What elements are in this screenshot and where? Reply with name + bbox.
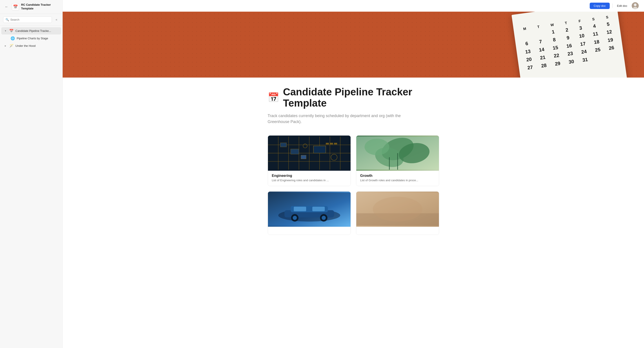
cal-day-30: 30 (564, 57, 578, 66)
cal-day-empty1 (518, 31, 533, 41)
sidebar-doc-subtitle: Template (21, 7, 59, 10)
collapse-sidebar-button[interactable]: « (54, 17, 59, 22)
cal-day-7: 7 (534, 37, 548, 46)
avatar[interactable] (632, 2, 639, 9)
calendar-icon: 📅 (9, 29, 14, 33)
page-subtitle: Track candidates currently being schedul… (268, 113, 417, 125)
sidebar-item-under-the-hood[interactable]: ► 🪄 Under the Hood (1, 42, 61, 49)
cal-day-empty2 (532, 29, 547, 39)
svg-rect-34 (294, 207, 306, 211)
cal-day-27: 27 (523, 63, 537, 72)
svg-point-1 (634, 3, 636, 6)
cal-day-22: 22 (549, 51, 564, 61)
cal-day-11: 11 (588, 29, 603, 39)
card-image-engineering (268, 136, 350, 171)
cal-day-17: 17 (576, 39, 590, 49)
cal-day-8: 8 (547, 35, 561, 45)
nav-list: ▼ 📅 Candidate Pipeline Tracke... 🌐 Pipel… (0, 26, 62, 51)
page-title: Candidate Pipeline Tracker Template (283, 86, 439, 108)
topbar: Copy doc Edit doc (63, 0, 644, 12)
sidebar-title-block: RC Candidate Tracker Template (21, 3, 59, 10)
cal-day-2: 2 (560, 25, 574, 35)
cal-day-9: 9 (561, 33, 575, 43)
card-image-third (268, 192, 350, 227)
sidebar-doc-title: RC Candidate Tracker (21, 3, 59, 7)
card-fourth[interactable] (356, 191, 439, 235)
cal-day-6: 6 (520, 39, 534, 48)
sidebar-item-candidate-pipeline[interactable]: ▼ 📅 Candidate Pipeline Tracke... (1, 27, 61, 34)
sidebar: ← 📅 RC Candidate Tracker Template 🔍 « ▼ … (0, 0, 63, 348)
chevron-down-icon: ▼ (4, 30, 8, 32)
sidebar-item-label-pipeline-charts: Pipeline Charts by Stage (17, 37, 58, 40)
copy-doc-button[interactable]: Copy doc (590, 3, 610, 9)
cal-day-18: 18 (590, 37, 604, 47)
cal-day-5: 5 (601, 19, 615, 29)
search-icon: 🔍 (6, 18, 9, 21)
cal-day-25: 25 (590, 45, 605, 55)
cal-day-12: 12 (602, 27, 616, 37)
svg-rect-14 (280, 143, 286, 147)
svg-rect-16 (301, 155, 306, 159)
page-content: 📅 Candidate Pipeline Tracker Template Tr… (254, 77, 452, 252)
settings-icon: 🪄 (9, 44, 14, 48)
sidebar-item-pipeline-charts[interactable]: 🌐 Pipeline Charts by Stage (1, 35, 61, 42)
cal-day-16: 16 (562, 41, 576, 51)
cal-day-31: 31 (578, 55, 592, 65)
card-engineering[interactable]: Engineering List of Engineering roles an… (268, 135, 351, 186)
hero-calendar: January M T W T F S S 1 2 3 4 5 6 7 (512, 12, 627, 77)
card-body-fourth (356, 227, 439, 235)
sidebar-item-label-candidate-pipeline: Candidate Pipeline Tracke... (16, 29, 58, 32)
hero-banner: January M T W T F S S 1 2 3 4 5 6 7 (63, 12, 644, 77)
cal-day-15: 15 (548, 43, 562, 53)
svg-rect-22 (334, 143, 337, 145)
cal-day-19: 19 (603, 35, 618, 45)
card-desc-growth: List of Growth roles and candidates in p… (360, 179, 435, 182)
cal-day-21: 21 (536, 53, 550, 62)
sidebar-header: ← 📅 RC Candidate Tracker Template (0, 0, 62, 14)
svg-rect-21 (330, 143, 333, 145)
globe-icon: 🌐 (10, 36, 15, 40)
svg-rect-35 (312, 207, 325, 211)
page-title-icon: 📅 (268, 92, 279, 103)
svg-point-39 (322, 216, 326, 220)
cal-day-10: 10 (574, 31, 589, 41)
search-area: 🔍 « (0, 14, 62, 26)
cal-day-28: 28 (537, 61, 551, 70)
cal-day-14: 14 (534, 45, 549, 54)
card-body-growth: Growth List of Growth roles and candidat… (356, 171, 439, 186)
cal-day-4: 4 (587, 21, 602, 31)
card-third[interactable] (268, 191, 351, 235)
svg-point-37 (292, 216, 297, 220)
page-title-row: 📅 Candidate Pipeline Tracker Template (268, 86, 439, 108)
cards-grid: Engineering List of Engineering roles an… (268, 135, 439, 235)
card-image-growth (356, 136, 439, 171)
svg-point-27 (364, 139, 389, 155)
card-desc-engineering: List of Engineering roles and candidates… (272, 179, 346, 182)
card-growth[interactable]: Growth List of Growth roles and candidat… (356, 135, 439, 186)
card-body-engineering: Engineering List of Engineering roles an… (268, 171, 350, 186)
back-button[interactable]: ← (4, 4, 10, 10)
svg-rect-15 (290, 149, 299, 154)
svg-rect-20 (326, 143, 329, 145)
card-body-third (268, 227, 350, 235)
svg-point-42 (373, 197, 422, 222)
cal-day-24: 24 (577, 47, 591, 57)
search-wrapper[interactable]: 🔍 (3, 16, 52, 23)
card-title-growth: Growth (360, 174, 435, 178)
cal-day-1: 1 (546, 27, 560, 37)
card-title-engineering: Engineering (272, 174, 346, 178)
calendar-grid: M T W T F S S 1 2 3 4 5 6 7 8 9 10 (518, 14, 620, 72)
chevron-right-icon: ► (4, 45, 8, 47)
cal-day-26: 26 (604, 43, 618, 53)
search-input[interactable] (10, 18, 50, 21)
cal-day-23: 23 (563, 49, 578, 59)
main-content: Copy doc Edit doc January M T W T F S (63, 0, 644, 348)
doc-icon: 📅 (12, 3, 19, 10)
card-image-fourth (356, 192, 439, 227)
edit-doc-button[interactable]: Edit doc (615, 3, 629, 9)
sidebar-item-label-under-the-hood: Under the Hood (16, 44, 58, 47)
cal-day-29: 29 (550, 59, 565, 68)
cal-day-3: 3 (574, 23, 588, 33)
cal-day-20: 20 (522, 55, 536, 64)
cal-day-13: 13 (521, 47, 535, 56)
